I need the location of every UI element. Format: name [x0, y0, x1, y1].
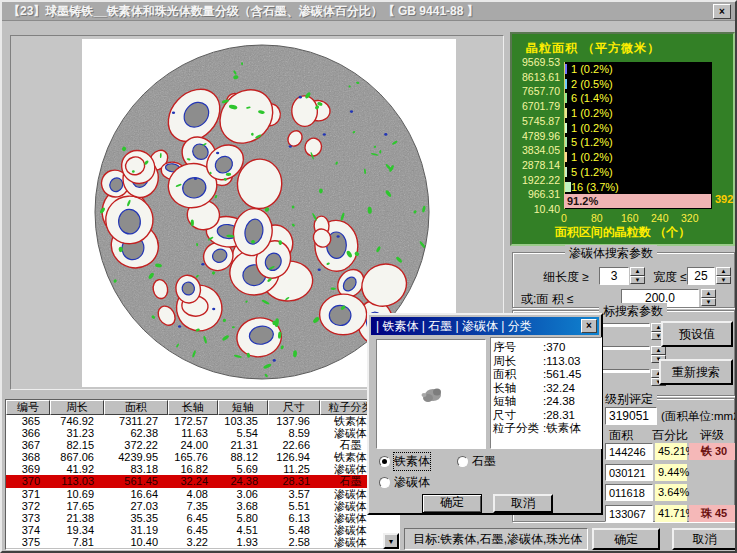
- table-cell: 10.69: [50, 488, 104, 500]
- cementite-params-group: 渗碳体搜索参数 细长度 ≥ 3 ▲▼ 宽度 ≤ 25 ▲▼ 或:面 积 ≤ 20…: [512, 252, 735, 308]
- radio-off-icon[interactable]: [379, 477, 390, 488]
- table-cell: 113.03: [50, 475, 104, 487]
- table-row[interactable]: 37321.3835.356.455.806.13渗碳体: [6, 512, 399, 524]
- spinner-down-icon[interactable]: ▼: [630, 276, 645, 285]
- target-group-title: 标搜索参数: [599, 303, 667, 320]
- chart-bar-row: 16 (3.7%): [565, 180, 712, 195]
- table-row[interactable]: 368867.064239.95165.7688.12126.94铁素体: [6, 451, 399, 463]
- table-header-cell[interactable]: 周长: [50, 400, 104, 415]
- chart-bar-row: 1 (0.2%): [565, 150, 712, 165]
- table-row[interactable]: 37110.6916.644.083.063.57渗碳体: [6, 488, 399, 500]
- table-cell: 172.57: [168, 415, 218, 427]
- dialog-ok-button[interactable]: 确定: [422, 494, 482, 513]
- table-cell: 746.92: [50, 415, 104, 427]
- slenderness-input[interactable]: 3: [599, 267, 629, 285]
- spinner-down-icon[interactable]: ▼: [701, 298, 716, 307]
- table-cell: 1.93: [218, 536, 268, 548]
- spinner-up-icon[interactable]: ▲: [716, 267, 731, 276]
- table-header-cell[interactable]: 面积: [104, 400, 168, 415]
- table-scroll-down-button[interactable]: ▼: [383, 533, 399, 549]
- grade-group-title: 级别评定: [601, 391, 657, 408]
- chart-bar-row: 1 (0.2%): [565, 62, 712, 77]
- table-cell: 3.06: [218, 488, 268, 500]
- table-cell: 19.34: [50, 524, 104, 536]
- chart-x-tick: 80: [591, 212, 603, 224]
- app-window: 【23】球墨铸铁__铁素体和珠光体数量分级（含石墨、渗碳体百分比）【 GB 94…: [0, 0, 737, 553]
- table-header-cell[interactable]: 尺寸: [268, 400, 320, 415]
- table-cell: 渗碳体: [320, 524, 381, 536]
- spinner-up-icon[interactable]: ▲: [651, 346, 666, 355]
- table-cell: 7.81: [50, 536, 104, 548]
- width-label: 宽度 ≤: [653, 269, 687, 286]
- chart-bar-row: 1 (0.2%): [565, 121, 712, 136]
- dialog-close-button[interactable]: ×: [581, 319, 597, 333]
- preset-button[interactable]: 预设值: [661, 321, 733, 347]
- width-input[interactable]: 25: [687, 267, 715, 285]
- chart-y-tick: 6701.79: [512, 100, 560, 112]
- table-cell: 4.51: [218, 524, 268, 536]
- chart-x-tick: 320: [681, 212, 699, 224]
- radio-cementite[interactable]: 渗碳体: [379, 474, 430, 491]
- particle-detail-line: 长轴:32.24: [493, 382, 599, 396]
- table-cell: 11.63: [168, 427, 218, 439]
- table-cell: 4239.95: [104, 451, 168, 463]
- spinner-up-icon[interactable]: ▲: [701, 289, 716, 298]
- table-row[interactable]: 365746.927311.27172.57103.35137.96铁素体: [6, 415, 399, 427]
- spinner-up-icon[interactable]: ▲: [630, 267, 645, 276]
- table-row[interactable]: 36941.9283.1816.825.6911.25渗碳体: [6, 463, 399, 475]
- chart-plot-area: 1 (0.2%)2 (0.5%)6 (1.4%)1 (0.2%)1 (0.2%)…: [564, 62, 712, 209]
- chart-total-bar: 91.2%: [564, 194, 711, 208]
- research-button[interactable]: 重新搜索: [659, 359, 733, 385]
- table-cell: 22.66: [268, 439, 320, 451]
- table-row[interactable]: 3757.8110.403.221.932.58渗碳体: [6, 536, 399, 548]
- table-cell: 6.45: [168, 524, 218, 536]
- table-header-cell[interactable]: 编号: [6, 400, 50, 415]
- chart-total-percent: 91.2%: [567, 195, 598, 207]
- table-header-row: 编号周长面积长轴短轴尺寸粒子分类: [6, 400, 399, 415]
- chart-x-tick: 0: [561, 212, 567, 224]
- grade-area-cell: 011618: [605, 484, 653, 501]
- table-cell: 3.68: [218, 500, 268, 512]
- grade-percent-cell: 45.21%: [655, 443, 687, 460]
- table-cell: 366: [6, 427, 50, 439]
- dialog-title-bar[interactable]: | 铁素体 | 石墨 | 渗碳体 | 分类: [371, 317, 599, 335]
- table-row[interactable]: 36782.15372.2224.0021.3122.66石墨: [6, 439, 399, 451]
- dialog-cancel-button[interactable]: 取消: [493, 494, 553, 513]
- table-header-cell[interactable]: 长轴: [168, 400, 218, 415]
- table-cell: 32.24: [168, 475, 218, 487]
- table-cell: 5.80: [218, 512, 268, 524]
- table-row[interactable]: 37217.6527.037.353.685.51渗碳体: [6, 500, 399, 512]
- window-close-button[interactable]: ×: [713, 4, 731, 19]
- table-cell: 3.22: [168, 536, 218, 548]
- particle-detail-line: 粒子分类:铁素体: [493, 422, 599, 436]
- chart-y-tick: 1922.22: [512, 174, 560, 186]
- table-cell: 21.31: [218, 439, 268, 451]
- table-cell: 126.94: [268, 451, 320, 463]
- window-title: 【23】球墨铸铁__铁素体和珠光体数量分级（含石墨、渗碳体百分比）【 GB 94…: [2, 3, 479, 20]
- chart-bar-row: 6 (1.4%): [565, 91, 712, 106]
- table-header-cell[interactable]: 短轴: [218, 400, 268, 415]
- spinner-down-icon[interactable]: ▼: [716, 276, 731, 285]
- table-row[interactable]: 37419.3431.196.454.515.48渗碳体: [6, 524, 399, 536]
- table-row[interactable]: 36631.2362.3811.635.548.59渗碳体: [6, 427, 399, 439]
- slenderness-label: 细长度 ≥: [543, 269, 589, 286]
- table-cell: 867.06: [50, 451, 104, 463]
- grade-col-grade: 评级: [700, 427, 724, 444]
- particle-preview-image: [377, 340, 485, 448]
- table-row[interactable]: 370113.03561.4532.2424.3828.31石墨: [6, 475, 399, 487]
- radio-on-icon[interactable]: [379, 456, 390, 467]
- table-cell: 375: [6, 536, 50, 548]
- chart-y-tick: 966.31: [512, 188, 560, 200]
- grade-col-area: 面积: [609, 427, 633, 444]
- radio-ferrite[interactable]: 铁素体: [379, 453, 430, 470]
- total-area-field[interactable]: 319051: [605, 407, 657, 425]
- area-spinner: ▲▼: [701, 289, 716, 306]
- radio-off-icon[interactable]: [457, 456, 468, 467]
- title-bar: 【23】球墨铸铁__铁素体和珠光体数量分级（含石墨、渗碳体百分比）【 GB 94…: [2, 2, 735, 21]
- table-cell: 365: [6, 415, 50, 427]
- cancel-button[interactable]: 取消: [672, 528, 737, 550]
- ok-button[interactable]: 确定: [592, 528, 660, 550]
- chart-y-tick: 5745.87: [512, 115, 560, 127]
- radio-graphite[interactable]: 石墨: [457, 453, 496, 470]
- table-cell: 16.82: [168, 463, 218, 475]
